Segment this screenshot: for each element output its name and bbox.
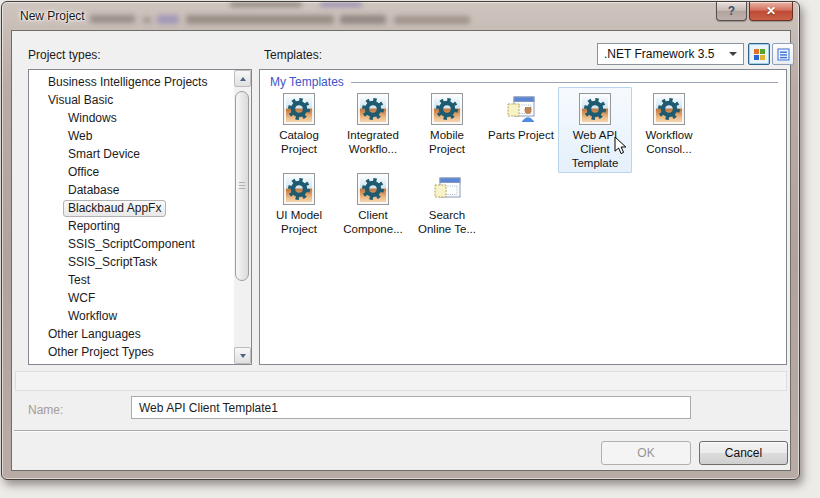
tree-item[interactable]: Business Intelligence Projects [29, 73, 251, 91]
template-item[interactable]: Catalog Project [262, 87, 336, 173]
framework-version-value: .NET Framework 3.5 [604, 47, 725, 61]
template-icon [505, 93, 537, 125]
screenshot-stage: { "window": { "title": "New Project", "h… [0, 0, 820, 498]
template-item-label: Parts Project [488, 128, 554, 142]
titlebar[interactable]: New Project [2, 2, 799, 30]
tree-item-label: Workflow [63, 308, 122, 325]
titlebar-blur-artifact [143, 17, 151, 23]
template-item[interactable]: Web API Client Template [558, 87, 632, 173]
tree-item-label: WCF [63, 290, 100, 307]
large-icons-icon [753, 48, 766, 61]
window-title: New Project [20, 9, 85, 23]
titlebar-blur-artifact [186, 15, 334, 24]
project-name-input[interactable] [131, 396, 691, 419]
titlebar-blur-artifact [394, 16, 470, 24]
mouse-cursor-icon [614, 136, 627, 155]
tree-item-label: SSIS_ScriptTask [63, 254, 162, 271]
template-icon [283, 93, 315, 125]
tree-item-label: Windows [63, 110, 122, 127]
tree-item-label: Visual Basic [43, 92, 118, 109]
template-item[interactable]: Parts Project [484, 87, 558, 173]
new-project-dialog: New Project ? ✕ Project types: Templates… [1, 1, 800, 480]
arrow-up-icon [240, 77, 246, 81]
template-item[interactable]: Mobile Project [410, 87, 484, 173]
tree-item[interactable]: Web [29, 127, 251, 145]
help-button[interactable]: ? [716, 2, 747, 21]
template-icon [357, 93, 389, 125]
tree-item-label: Office [63, 164, 104, 181]
close-button[interactable]: ✕ [749, 2, 793, 21]
tree-item-label: Web [63, 128, 97, 145]
gear-project-icon [653, 93, 685, 125]
tree-item[interactable]: Visual Basic [29, 91, 251, 109]
templates-panel: My Templates Catalog Project [259, 69, 787, 365]
template-icon [431, 173, 463, 205]
template-item-label: Integrated Workflo... [338, 128, 408, 156]
help-icon: ? [728, 4, 735, 18]
gear-project-icon [283, 93, 315, 125]
scroll-down-button[interactable] [234, 347, 251, 364]
tree-item-label: Other Project Types [43, 344, 159, 361]
project-types-label: Project types: [28, 48, 101, 62]
titlebar-blur-artifact [320, 2, 362, 7]
project-types-tree: Business Intelligence Projects Visual Ba… [28, 69, 252, 365]
close-icon: ✕ [766, 4, 776, 18]
gear-project-icon [283, 173, 315, 205]
template-item[interactable]: Integrated Workflo... [336, 87, 410, 173]
tree-list: Business Intelligence Projects Visual Ba… [29, 70, 251, 361]
window-icon [431, 173, 463, 205]
tree-item-label: Database [63, 182, 124, 199]
titlebar-blur-artifact [90, 15, 135, 23]
tree-item[interactable]: Reporting [29, 217, 251, 235]
gear-project-icon [357, 173, 389, 205]
template-item[interactable]: Search Online Te... [410, 167, 484, 239]
templates-row-1: Catalog Project Integrated Workflo... [262, 87, 706, 173]
template-item-label: Catalog Project [264, 128, 334, 156]
footer-divider [14, 430, 788, 432]
tree-item-label: Reporting [63, 218, 125, 235]
template-icon [431, 93, 463, 125]
tree-item[interactable]: Windows [29, 109, 251, 127]
cancel-button[interactable]: Cancel [699, 441, 788, 465]
template-icon [283, 173, 315, 205]
template-item-label: Search Online Te... [412, 208, 482, 236]
tree-item-label: SSIS_ScriptComponent [63, 236, 200, 253]
dialog-client-area: Project types: Templates: .NET Framework… [11, 30, 791, 471]
tree-item[interactable]: Database [29, 181, 251, 199]
tree-item[interactable]: Office [29, 163, 251, 181]
cancel-button-label: Cancel [725, 446, 762, 460]
titlebar-blur-artifact [230, 2, 302, 7]
tree-item[interactable]: Other Project Types [29, 343, 251, 361]
template-item[interactable]: Workflow Consol... [632, 87, 706, 173]
tree-item[interactable]: Workflow [29, 307, 251, 325]
scroll-up-button[interactable] [234, 70, 251, 87]
tree-item[interactable]: Other Languages [29, 325, 251, 343]
framework-version-select[interactable]: .NET Framework 3.5 [597, 43, 744, 65]
ok-button-label: OK [637, 446, 654, 460]
template-item-label: Mobile Project [412, 128, 482, 156]
scrollbar-thumb[interactable] [235, 91, 249, 281]
tree-item[interactable]: SSIS_ScriptTask [29, 253, 251, 271]
tree-item[interactable]: Test [29, 271, 251, 289]
tree-item[interactable]: Blackbaud AppFx [29, 199, 251, 217]
template-icon [357, 173, 389, 205]
name-label: Name: [28, 403, 63, 417]
tree-item-label: Smart Device [63, 146, 145, 163]
gear-project-icon [431, 93, 463, 125]
template-icon [653, 93, 685, 125]
template-item-label: Workflow Consol... [634, 128, 704, 156]
tree-scrollbar[interactable] [234, 70, 251, 364]
ok-button[interactable]: OK [601, 441, 691, 465]
template-item-label: Client Compone... [338, 208, 408, 236]
template-item[interactable]: Client Compone... [336, 167, 410, 239]
titlebar-blur-artifact [157, 15, 179, 24]
large-icons-view-button[interactable] [748, 43, 770, 65]
titlebar-blur-artifact [340, 15, 386, 24]
template-item-label: UI Model Project [264, 208, 334, 236]
tree-item[interactable]: SSIS_ScriptComponent [29, 235, 251, 253]
tree-item[interactable]: Smart Device [29, 145, 251, 163]
list-view-button[interactable] [772, 43, 794, 65]
template-item[interactable]: UI Model Project [262, 167, 336, 239]
tree-item[interactable]: WCF [29, 289, 251, 307]
tree-item-label: Blackbaud AppFx [63, 200, 166, 217]
